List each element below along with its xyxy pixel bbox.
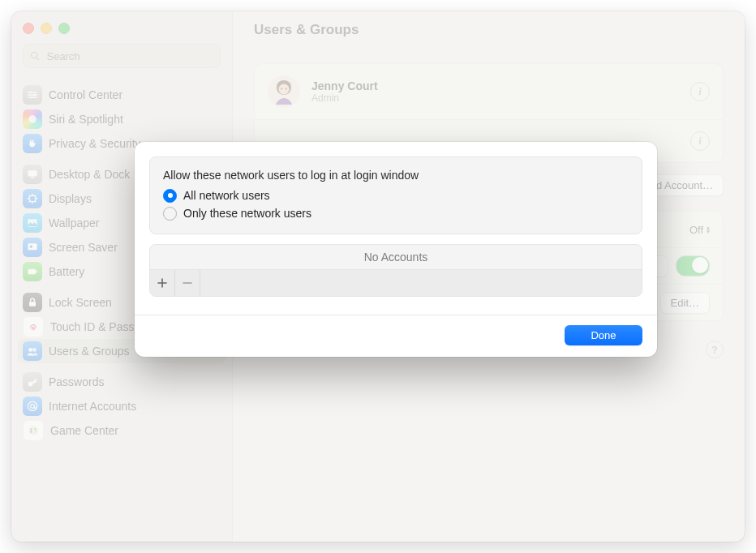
accounts-list-toolbar: [150, 270, 642, 296]
toggle[interactable]: [676, 255, 710, 276]
sidebar-item-internet-accounts[interactable]: Internet Accounts: [18, 394, 226, 418]
accounts-empty-label: No Accounts: [150, 245, 642, 270]
key-icon: [23, 372, 42, 392]
avatar[interactable]: [268, 75, 300, 108]
sidebar-item-label: Passwords: [49, 375, 104, 388]
minimize-button[interactable]: [41, 23, 52, 34]
svg-rect-5: [31, 177, 35, 178]
sidebar-item-label: Screen Saver: [49, 241, 118, 254]
radio-only-these-users[interactable]: Only these network users: [163, 204, 629, 222]
user-row: Jenny Court Admin i: [255, 64, 723, 120]
hand-icon: [23, 134, 42, 153]
svg-point-3: [28, 115, 37, 123]
sidebar-item-label: Displays: [49, 192, 92, 205]
sheet-divider: [135, 315, 657, 315]
search-icon: [30, 50, 41, 62]
page-title: Users & Groups: [233, 11, 745, 49]
radio-all-network-users[interactable]: All network users: [163, 186, 629, 204]
svg-point-21: [30, 431, 32, 432]
screensaver-icon: [23, 238, 42, 257]
minus-icon: [182, 277, 193, 289]
svg-rect-11: [36, 270, 37, 272]
sidebar-item-game-center[interactable]: Game Center: [18, 418, 226, 443]
siri-icon: [23, 109, 42, 129]
svg-point-22: [34, 431, 36, 432]
svg-point-24: [279, 84, 290, 95]
svg-point-9: [30, 246, 32, 248]
svg-point-2: [31, 96, 32, 98]
search-input[interactable]: [45, 49, 213, 63]
done-button[interactable]: Done: [565, 325, 642, 345]
edit-button[interactable]: Edit…: [660, 292, 710, 314]
sidebar-item-control-center[interactable]: Control Center: [18, 83, 226, 107]
network-users-sheet: Allow these network users to log in at l…: [135, 142, 657, 357]
sliders-icon: [23, 85, 42, 105]
fingerprint-icon: [23, 316, 44, 337]
svg-point-19: [30, 428, 32, 430]
plus-icon: [157, 277, 168, 289]
sidebar-item-label: Battery: [49, 265, 84, 278]
svg-point-13: [28, 348, 32, 352]
desktop-icon: [23, 165, 42, 184]
svg-point-0: [29, 92, 31, 93]
accounts-list: No Accounts: [149, 244, 642, 297]
remove-account-list-button[interactable]: [175, 270, 200, 296]
chevron-updown-icon: ▴▾: [707, 225, 710, 234]
radio-label: Only these network users: [183, 207, 311, 220]
wallpaper-icon: [23, 213, 42, 233]
svg-point-20: [34, 428, 36, 430]
help-button[interactable]: ?: [706, 341, 724, 358]
user-meta: Jenny Court Admin: [311, 79, 679, 104]
add-account-list-button[interactable]: [150, 270, 175, 296]
sidebar-item-siri[interactable]: Siri & Spotlight: [18, 107, 226, 131]
zoom-button[interactable]: [58, 23, 70, 34]
svg-point-1: [33, 94, 35, 96]
svg-point-17: [31, 405, 35, 409]
sidebar-item-label: Control Center: [49, 88, 122, 101]
sidebar-item-label: Desktop & Dock: [49, 168, 130, 181]
users-icon: [23, 341, 42, 361]
sheet-top-section: Allow these network users to log in at l…: [149, 156, 642, 234]
game-icon: [23, 420, 44, 441]
radio-indicator: [163, 207, 177, 221]
window-controls: [11, 11, 232, 41]
svg-rect-10: [28, 269, 36, 274]
battery-icon: [23, 262, 42, 281]
svg-rect-12: [29, 302, 36, 307]
allow-popup[interactable]: Off ▴▾: [689, 224, 710, 236]
svg-point-26: [286, 88, 287, 90]
search-field[interactable]: [23, 44, 221, 68]
svg-point-18: [28, 426, 37, 435]
allow-value: Off: [689, 224, 703, 236]
user-name: Jenny Court: [311, 79, 679, 92]
sidebar-item-label: Privacy & Security: [49, 137, 141, 150]
sheet-title: Allow these network users to log in at l…: [163, 169, 629, 182]
sidebar-item-label: Game Center: [50, 424, 118, 437]
at-icon: [23, 397, 42, 416]
sidebar-item-label: Lock Screen: [49, 296, 112, 309]
radio-label: All network users: [183, 189, 270, 202]
sidebar-item-passwords[interactable]: Passwords: [18, 370, 226, 394]
sidebar-item-label: Users & Groups: [49, 345, 130, 358]
radio-indicator: [163, 189, 177, 203]
svg-point-25: [281, 88, 282, 90]
svg-point-16: [28, 401, 37, 410]
sidebar-item-label: Siri & Spotlight: [49, 113, 123, 126]
user-role: Admin: [311, 92, 679, 104]
svg-rect-4: [28, 170, 37, 176]
svg-point-14: [32, 348, 37, 352]
info-button[interactable]: i: [690, 82, 710, 101]
sidebar-item-label: Wallpaper: [49, 216, 100, 229]
sidebar-item-label: Internet Accounts: [49, 400, 136, 413]
info-button[interactable]: i: [690, 131, 710, 151]
close-button[interactable]: [23, 23, 34, 34]
lock-icon: [23, 293, 42, 312]
display-icon: [23, 189, 42, 208]
